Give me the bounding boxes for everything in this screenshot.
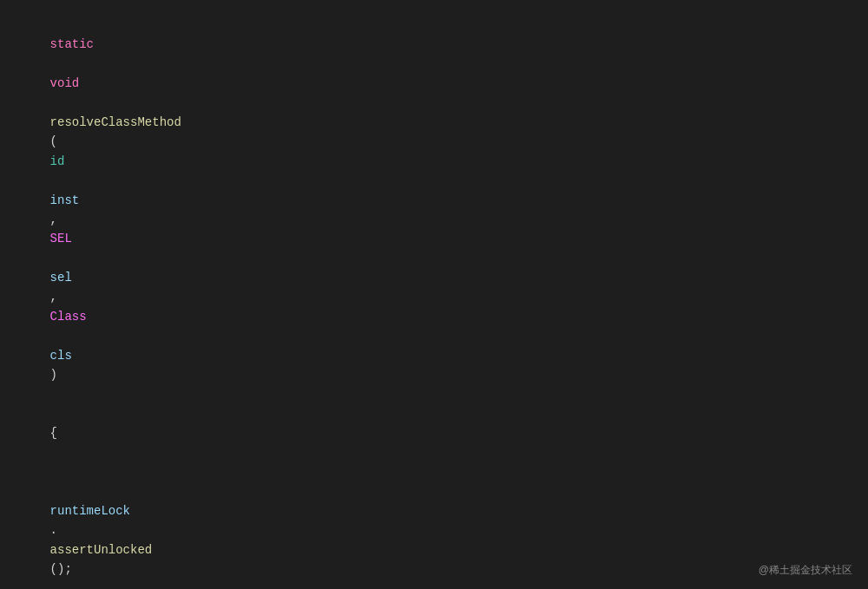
keyword-static: static: [50, 37, 94, 51]
code-line-2: {: [21, 404, 847, 462]
code-line-3: runtimeLock . assertUnlocked ();: [21, 462, 847, 589]
func-name: resolveClassMethod: [50, 115, 181, 129]
watermark: @稀土掘金技术社区: [759, 562, 852, 579]
code-line-1: static void resolveClassMethod ( id inst…: [21, 16, 847, 404]
code-block: static void resolveClassMethod ( id inst…: [0, 0, 868, 589]
keyword-void: void: [50, 76, 80, 90]
